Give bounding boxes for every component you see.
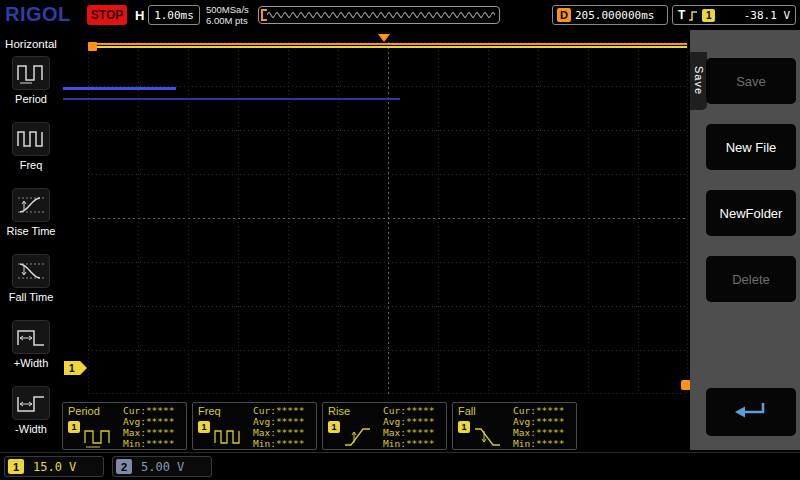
menu-item-rise-time[interactable]: Rise Time [0,188,62,252]
measurement-cur: Cur:***** [383,405,434,416]
plus-width-icon [12,320,50,354]
measurement-panel: Period 1 Cur:***** Avg:***** Max:***** M… [62,402,578,450]
trigger-source-badge: 1 [702,9,715,22]
measurement-max: Max:***** [513,427,564,438]
menu-item-plus-width[interactable]: +Width [0,320,62,384]
measurement-name: Period [68,405,100,417]
trigger-slope-icon [688,9,699,22]
menu-item-label: Period [0,93,62,105]
delete-button[interactable]: Delete [706,256,796,302]
rigol-logo: RIGOL [5,3,71,26]
period-measure-icon [83,423,117,453]
acquisition-info: 500MSa/s 6.00M pts [206,4,249,26]
measurement-source-badge: 1 [68,421,80,433]
ch1-trace [89,46,687,48]
trigger-position-marker [378,34,390,42]
channel2-indicator[interactable]: 2 5.00 V [112,456,212,477]
measurement-source-badge: 1 [458,421,470,433]
delay-value: 205.000000ms [575,9,654,22]
measurement-min: Min:***** [253,438,304,449]
measurement-period: Period 1 Cur:***** Avg:***** Max:***** M… [62,402,187,450]
menu-item-fall-time[interactable]: Fall Time [0,254,62,318]
preview-waveform-icon [267,7,507,23]
measurement-max: Max:***** [383,427,434,438]
trigger-level-value: -38.1 V [744,9,790,22]
measurement-max: Max:***** [253,427,304,438]
freq-measure-icon [213,423,247,453]
menu-item-label: Rise Time [0,225,62,237]
menu-item-period[interactable]: Period [0,56,62,120]
measurement-source-badge: 1 [198,421,210,433]
delay-readout: D 205.000000ms [552,5,668,25]
channel2-badge: 2 [116,459,132,474]
menu-item-label: -Width [0,423,62,435]
trigger-readout: T 1 -38.1 V [672,5,796,25]
measurement-avg: Avg:***** [383,416,434,427]
menu-title: Horizontal [0,38,62,50]
fall-time-icon [12,254,50,288]
measurement-freq: Freq 1 Cur:***** Avg:***** Max:***** Min… [192,402,317,450]
rise-time-icon [12,188,50,222]
menu-item-label: Fall Time [0,291,62,303]
menu-item-freq[interactable]: Freq [0,122,62,186]
measurement-fall: Fall 1 Cur:***** Avg:***** Max:***** Min… [452,402,577,450]
measurement-name: Freq [198,405,221,417]
measurement-name: Rise [328,405,350,417]
channel2-scale: 5.00 V [141,460,184,474]
back-button[interactable] [706,388,796,436]
new-file-button[interactable]: New File [706,124,796,170]
measurement-min: Min:***** [513,438,564,449]
measurement-cur: Cur:***** [123,405,174,416]
rise-measure-icon [343,423,377,453]
new-folder-button[interactable]: NewFolder [706,190,796,236]
measurement-source-badge: 1 [328,421,340,433]
measurement-avg: Avg:***** [253,416,304,427]
fall-measure-icon [473,423,507,453]
waveform-preview-bar [258,6,500,24]
top-bar: RIGOL STOP H 1.00ms 500MSa/s 6.00M pts D… [0,0,800,30]
minus-width-icon [12,386,50,420]
sample-rate: 500MSa/s [206,4,249,15]
menu-item-label: Freq [0,159,62,171]
menu-item-label: +Width [0,357,62,369]
channel1-indicator[interactable]: 1 15.0 V [4,456,104,477]
measurement-min: Min:***** [123,438,174,449]
measurement-rise: Rise 1 Cur:***** Avg:***** Max:***** Min… [322,402,447,450]
ch2-trace-segment [63,98,400,100]
measurement-cur: Cur:***** [253,405,304,416]
freq-icon [12,122,50,156]
channel1-badge: 1 [8,459,24,474]
measurement-avg: Avg:***** [513,416,564,427]
return-arrow-icon [729,398,773,426]
channel1-scale: 15.0 V [33,460,76,474]
timebase-readout: 1.00ms [148,5,200,25]
measurement-avg: Avg:***** [123,416,174,427]
trigger-label: T [678,8,685,22]
run-state-badge: STOP [87,5,127,25]
menu-item-minus-width[interactable]: -Width [0,386,62,450]
delay-badge: D [557,8,571,22]
menu-tab-label: Save [693,66,705,95]
delay-edge-marker [88,42,97,51]
measurement-max: Max:***** [123,427,174,438]
ch1-ground-marker: 1 [64,361,87,375]
ch2-trace-segment [63,87,176,90]
graticule-grid [88,42,688,394]
save-button[interactable]: Save [706,58,796,104]
measurement-min: Min:***** [383,438,434,449]
horizontal-label: H [135,8,144,23]
measurement-name: Fall [458,405,476,417]
measurement-cur: Cur:***** [513,405,564,416]
menu-tab-save: Save [690,52,707,110]
memory-depth: 6.00M pts [206,15,249,26]
delay-reference-line [89,43,687,45]
period-icon [12,56,50,90]
bottom-bar: 1 15.0 V 2 5.00 V [0,452,800,480]
